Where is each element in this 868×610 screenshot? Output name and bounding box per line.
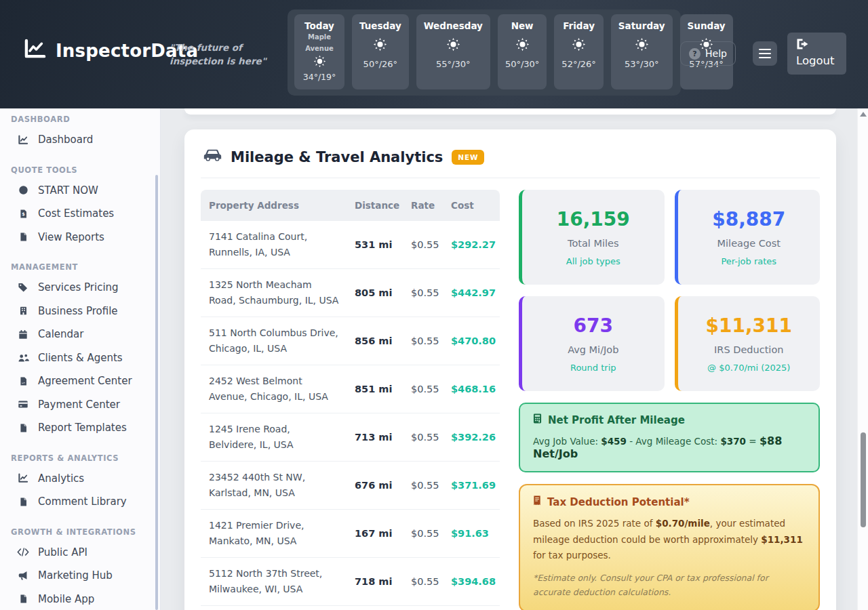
question-icon: ? bbox=[689, 48, 701, 60]
logout-icon bbox=[796, 39, 809, 52]
file-icon bbox=[16, 423, 30, 433]
sidebar-section-quote-tools: QUOTE TOOLS bbox=[11, 165, 160, 175]
cell-cost: $470.80 bbox=[446, 336, 500, 346]
sidebar-item-services-pricing[interactable]: Services Pricing bbox=[0, 276, 160, 300]
weather-strip: Today Maple Avenue 34°/19° Tuesday 50°/2… bbox=[288, 9, 681, 96]
weather-day: Sunday bbox=[688, 20, 726, 31]
sidebar-item-label: Business Profile bbox=[38, 305, 118, 317]
stat-label: Mileage Cost bbox=[717, 238, 781, 249]
stat-card-avg-mi-job: 673 Avg Mi/Job Round trip bbox=[519, 296, 665, 391]
weather-card: Friday 52°/26° bbox=[554, 14, 603, 89]
sun-icon bbox=[635, 37, 649, 54]
sidebar-item-start-now[interactable]: START NOW bbox=[0, 179, 160, 203]
sidebar-item-business-profile[interactable]: Business Profile bbox=[0, 300, 160, 323]
weather-card: New 50°/30° bbox=[498, 14, 547, 89]
page-scrollbar[interactable] bbox=[857, 108, 868, 610]
sun-icon bbox=[572, 37, 586, 54]
file-icon bbox=[16, 594, 30, 604]
cell-distance: 805 mi bbox=[349, 287, 406, 298]
sidebar-item-label: Marketing Hub bbox=[38, 569, 113, 582]
tax-title: Tax Deduction Potential* bbox=[547, 496, 690, 508]
new-badge: NEW bbox=[452, 150, 484, 165]
cell-address: 511 North Columbus Drive, Chicago, IL, U… bbox=[201, 325, 349, 357]
cell-rate: $0.55 bbox=[406, 480, 446, 491]
sidebar-item-report-templates[interactable]: Report Templates bbox=[0, 416, 160, 440]
sidebar-item-dashboard[interactable]: Dashboard bbox=[0, 128, 160, 152]
table-row: 1245 Irene Road, Belvidere, IL, USA 713 … bbox=[201, 413, 500, 462]
sidebar-section-dashboard: DASHBOARD bbox=[11, 115, 160, 124]
sidebar-item-label: View Reports bbox=[38, 231, 104, 243]
stat-value: $11,311 bbox=[705, 314, 792, 337]
calculator-icon bbox=[533, 413, 542, 426]
col-header-rate: Rate bbox=[406, 200, 446, 211]
weather-day: Saturday bbox=[618, 20, 665, 31]
hamburger-menu-button[interactable] bbox=[753, 41, 777, 66]
car-icon bbox=[203, 148, 222, 165]
sidebar-section-growth-integrations: GROWTH & INTEGRATIONS bbox=[11, 527, 160, 537]
bullhorn-icon bbox=[16, 571, 30, 581]
sidebar-item-label: Comment Library bbox=[38, 495, 127, 508]
sidebar-item-public-api[interactable]: Public API bbox=[0, 541, 160, 565]
sidebar-item-payment-center[interactable]: Payment Center bbox=[0, 393, 160, 417]
card-title: Mileage & Travel Analytics bbox=[231, 149, 443, 165]
cell-address: 23452 440th St NW, Karlstad, MN, USA bbox=[201, 470, 349, 501]
scrollbar-thumb[interactable] bbox=[861, 432, 866, 527]
table-row: 511 North Columbus Drive, Chicago, IL, U… bbox=[201, 317, 500, 365]
weather-card-today: Today Maple Avenue 34°/19° bbox=[294, 14, 344, 89]
sidebar-item-cost-estimates[interactable]: $ Cost Estimates bbox=[0, 202, 160, 226]
logout-label: Logout bbox=[796, 54, 846, 67]
sun-icon bbox=[446, 37, 460, 54]
cell-distance: 713 mi bbox=[349, 432, 406, 443]
scrollbar-up-arrow[interactable] bbox=[860, 112, 867, 117]
logout-button[interactable]: Logout bbox=[787, 33, 846, 75]
stat-sublabel: All job types bbox=[566, 256, 620, 266]
weather-temps: 34°/19° bbox=[303, 72, 336, 82]
weather-day: Tuesday bbox=[359, 20, 401, 31]
sidebar-item-clients-agents[interactable]: Clients & Agents bbox=[0, 346, 160, 370]
cell-distance: 531 mi bbox=[349, 239, 406, 250]
file-icon bbox=[16, 232, 30, 242]
chart-line-icon bbox=[16, 473, 30, 483]
net-text-part: = bbox=[746, 436, 760, 447]
table-row: 7141 Catalina Court, Runnells, IA, USA 5… bbox=[201, 221, 500, 269]
stat-card-mileage-cost: $8,887 Mileage Cost Per-job rates bbox=[675, 190, 821, 285]
sidebar-item-mobile-app[interactable]: Mobile App bbox=[0, 588, 160, 610]
cell-cost: $371.69 bbox=[446, 480, 500, 491]
file-icon bbox=[16, 497, 30, 507]
sidebar-item-comment-library[interactable]: Comment Library bbox=[0, 490, 160, 514]
sidebar: DASHBOARD Dashboard QUOTE TOOLS START NO… bbox=[0, 108, 161, 610]
cell-distance: 718 mi bbox=[349, 576, 406, 587]
sidebar-item-label: Payment Center bbox=[38, 399, 120, 411]
previous-card-bottom-edge bbox=[184, 108, 836, 115]
help-button[interactable]: ? Help bbox=[680, 41, 736, 66]
svg-text:$: $ bbox=[22, 211, 25, 217]
weather-location: Maple Avenue bbox=[302, 31, 337, 54]
cell-address: 1325 North Meacham Road, Schaumburg, IL,… bbox=[201, 277, 349, 308]
stat-value: $8,887 bbox=[712, 208, 785, 230]
sidebar-item-analytics[interactable]: Analytics bbox=[0, 467, 160, 491]
sidebar-item-marketing-hub[interactable]: Marketing Hub bbox=[0, 564, 160, 588]
weather-card: Wednesday 55°/30° bbox=[416, 14, 490, 89]
sidebar-item-label: Public API bbox=[38, 546, 87, 558]
tax-footnote: *Estimate only. Consult your CPA or tax … bbox=[533, 571, 806, 600]
stat-card-total-miles: 16,159 Total Miles All job types bbox=[519, 190, 665, 285]
sidebar-scrollbar[interactable] bbox=[155, 175, 158, 610]
col-header-distance: Distance bbox=[349, 200, 406, 211]
sun-icon bbox=[515, 37, 530, 54]
sidebar-item-agreement-center[interactable]: Agreement Center bbox=[0, 369, 160, 393]
receipt-icon bbox=[533, 495, 541, 508]
weather-card: Tuesday 50°/26° bbox=[352, 14, 409, 89]
sidebar-item-view-reports[interactable]: View Reports bbox=[0, 226, 160, 249]
code-icon bbox=[16, 548, 30, 556]
calendar-icon bbox=[16, 329, 30, 340]
cell-distance: 676 mi bbox=[349, 480, 406, 491]
cell-address: 2452 West Belmont Avenue, Chicago, IL, U… bbox=[201, 373, 349, 405]
cell-cost: $392.26 bbox=[446, 432, 500, 443]
sidebar-item-calendar[interactable]: Calendar bbox=[0, 323, 160, 346]
card-title-row: Mileage & Travel Analytics NEW bbox=[201, 144, 820, 178]
cell-address: 1245 Irene Road, Belvidere, IL, USA bbox=[201, 422, 349, 453]
stat-label: Total Miles bbox=[568, 238, 619, 249]
stat-sublabel: @ $0.70/mi (2025) bbox=[707, 363, 790, 373]
table-header-row: Property Address Distance Rate Cost bbox=[201, 190, 500, 221]
table-row: 5112 North 37th Street, Milwaukee, WI, U… bbox=[201, 558, 500, 606]
